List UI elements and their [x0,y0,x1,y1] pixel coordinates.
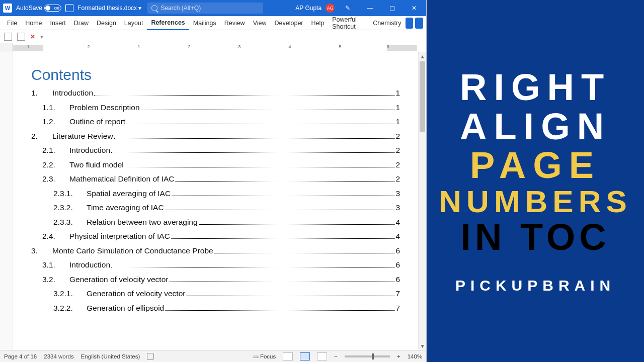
toc-entry[interactable]: 2.4.Physical interpretation of IAC4 [31,232,400,246]
toc-entry[interactable]: 3.2.2.Generation of ellipsoid7 [31,304,400,318]
toggle-switch-off[interactable]: Off [44,5,61,12]
toc-page: 6 [396,260,400,269]
autosave-toggle[interactable]: AutoSave Off [16,5,61,12]
scroll-up-icon[interactable]: ▲ [419,52,426,60]
banner-line: RIGHT [460,68,611,107]
tab-powerful-shortcut[interactable]: Powerful Shortcut [328,16,369,30]
toc-entry[interactable]: 1.2.Outline of report1 [31,117,400,132]
toc-entry[interactable]: 1.1.Problem Description1 [31,103,400,118]
toc-entry[interactable]: 2.3.2.Time averaging of IAC3 [31,203,400,218]
tab-developer[interactable]: Developer [271,16,307,30]
toc-title: Outline of report [69,117,125,126]
word-count[interactable]: 2334 words [44,353,73,359]
toc-title: Mathematical Definition of IAC [69,174,174,184]
toc-title: Generation of velocity vector [87,289,185,298]
share-button[interactable] [415,18,423,29]
toc-icon[interactable] [4,33,12,41]
tab-review[interactable]: Review [220,16,249,30]
ribbon-tabs: FileHomeInsertDrawDesignLayoutReferences… [0,16,426,30]
vertical-scrollbar[interactable]: ▲ ▼ [418,52,426,350]
toc-leader [165,310,394,311]
banner-line: IN TOC [460,218,610,257]
toc-entry[interactable]: 2.2.Two fluid model2 [31,160,400,175]
toc-page: 2 [396,174,400,184]
chevron-down-icon[interactable]: ▾ [40,33,43,40]
save-icon[interactable] [65,4,73,12]
minimize-button[interactable]: — [361,0,379,16]
title-bar: W AutoSave Off Formatted thesis.docx ▾ S… [0,0,426,16]
banner-line: NUMBERS [439,185,631,218]
toc-title: Time averaging of IAC [87,203,164,212]
focus-mode-label[interactable]: ▭ Focus [253,353,276,360]
toc-leader [169,282,394,282]
read-mode-button[interactable] [283,352,293,360]
toc-number: 2.3.1. [53,189,77,198]
print-layout-button[interactable] [300,352,310,360]
tab-view[interactable]: View [249,16,271,30]
tab-chemistry[interactable]: Chemistry [369,16,405,30]
zoom-out-button[interactable]: − [334,353,338,359]
toc-number: 2.2. [42,160,59,169]
tab-references[interactable]: References [147,16,189,30]
document-title[interactable]: Formatted thesis.docx ▾ [77,5,141,12]
scroll-thumb[interactable] [420,61,425,132]
user-name[interactable]: AP Gupta [295,5,321,12]
delete-icon[interactable]: ✕ [30,33,35,40]
zoom-in-button[interactable]: + [397,353,400,359]
ribbon-mode-icon[interactable]: ✎ [339,0,357,16]
toc-leader [175,181,394,182]
comments-button[interactable] [406,18,414,29]
toc-number: 1.2. [42,117,59,126]
toc-leader [214,253,395,253]
tab-mailings[interactable]: Mailings [189,16,220,30]
toc-title: Introduction [69,260,110,269]
toc-entry[interactable]: 1.Introduction1 [31,88,400,103]
toc-number: 3. [31,246,41,255]
scroll-down-icon[interactable]: ▼ [419,342,426,350]
toc-entry[interactable]: 2.1.Introduction2 [31,146,400,160]
vertical-ruler[interactable] [0,52,13,350]
horizontal-ruler[interactable]: 12123456 [0,43,426,52]
toc-number: 2. [31,132,41,141]
avatar[interactable]: AG [326,4,335,13]
toc-title: Two fluid model [69,160,124,169]
tab-insert[interactable]: Insert [46,16,70,30]
toc-leader [114,138,395,139]
contents-heading: Contents [31,66,400,83]
autosave-label: AutoSave [16,5,42,12]
toc-entry[interactable]: 2.3.3.Relation between two averaging4 [31,218,400,232]
toc-number: 2.3.3. [53,218,77,227]
accessibility-icon[interactable] [147,353,154,360]
zoom-level[interactable]: 140% [408,353,422,359]
toc-page: 6 [396,246,400,255]
language-indicator[interactable]: English (United States) [81,353,140,359]
maximize-button[interactable]: ▢ [383,0,401,16]
tab-layout[interactable]: Layout [120,16,147,30]
toc-entry[interactable]: 3.1.Introduction6 [31,260,400,275]
toc-leader [171,238,395,239]
toc-entry[interactable]: 2.3.Mathematical Definition of IAC2 [31,174,400,189]
close-button[interactable]: ✕ [405,0,423,16]
search-input[interactable]: Search (Alt+Q) [147,3,263,14]
page-indicator[interactable]: Page 4 of 16 [4,353,37,359]
web-layout-button[interactable] [317,352,327,360]
toc-entry[interactable]: 2.Literature Review2 [31,132,400,146]
toc-entry[interactable]: 3.Monte Carlo Simulation of Conductance … [31,246,400,261]
tab-help[interactable]: Help [307,16,329,30]
toc-entry[interactable]: 2.3.1.Spatial averaging of IAC3 [31,189,400,204]
zoom-slider[interactable] [345,355,390,357]
tab-home[interactable]: Home [21,16,46,30]
toc-entry[interactable]: 3.2.1.Generation of velocity vector7 [31,289,400,304]
footnote-icon[interactable] [17,33,25,41]
toc-title: Introduction [69,146,110,155]
toc-title: Spatial averaging of IAC [87,189,171,198]
search-placeholder: Search (Alt+Q) [160,5,201,12]
toc-entry[interactable]: 3.2.Generation of velocity vector6 [31,275,400,290]
tab-file[interactable]: File [3,16,21,30]
tab-design[interactable]: Design [93,16,120,30]
banner-line: ALIGN [460,107,611,146]
document-page[interactable]: Contents 1.Introduction11.1.Problem Desc… [13,52,418,350]
word-window: W AutoSave Off Formatted thesis.docx ▾ S… [0,0,427,362]
tab-draw[interactable]: Draw [70,16,93,30]
banner-line: PAGE [470,146,601,185]
